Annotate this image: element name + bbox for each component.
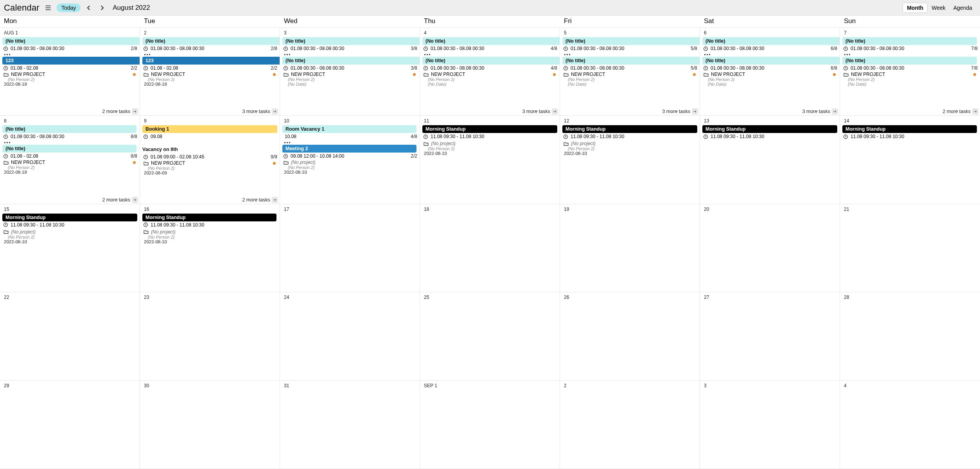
day-cell[interactable]: 12 Morning Standup 11.08 09:30 - 11.08 1… (560, 116, 700, 204)
day-cell[interactable]: 4 (840, 381, 980, 469)
day-cell[interactable]: 2 (No title) 01.08 00:30 - 08.08 00:30 2… (140, 28, 280, 116)
event-no-title[interactable]: (No title) (702, 37, 840, 45)
next-month-button[interactable] (97, 3, 107, 13)
view-switcher: Month Week Agenda (903, 3, 976, 13)
day-cell[interactable]: 23 (140, 292, 280, 380)
count: 2/8 (271, 46, 277, 51)
event-no-title[interactable]: (No title) (282, 37, 420, 45)
ellipsis-icon[interactable]: ... (842, 51, 978, 56)
view-agenda[interactable]: Agenda (949, 3, 976, 13)
day-cell[interactable]: 21 (840, 204, 980, 292)
day-cell[interactable]: 22 (0, 292, 140, 380)
view-week[interactable]: Week (928, 3, 949, 13)
day-cell[interactable]: 11 Morning Standup 11.08 09:30 - 11.08 1… (420, 116, 560, 204)
day-cell[interactable]: 9 Booking 1 09.08 Vacancy on 8th 01.08 0… (140, 116, 280, 204)
day-cell[interactable]: 8 (No title) 01.08 00:30 - 08.08 00:30 8… (0, 116, 140, 204)
event-standup[interactable]: Morning Standup (142, 214, 276, 221)
event-123[interactable]: 123 (2, 57, 140, 65)
day-cell[interactable]: 28 (840, 292, 980, 380)
event-no-title[interactable]: (No title) (422, 57, 560, 65)
menu-button[interactable] (43, 2, 54, 13)
more-tasks-button[interactable]: 3 more tasks (802, 108, 838, 115)
ellipsis-icon[interactable]: ... (142, 51, 278, 56)
day-cell[interactable]: 3 (No title) 01.08 00:30 - 08.08 00:30 3… (280, 28, 420, 116)
day-cell[interactable]: 30 (140, 381, 280, 469)
day-cell[interactable]: 19 (560, 204, 700, 292)
date-label: 10 (282, 117, 418, 124)
weekday-sun: Sun (840, 16, 980, 27)
more-tasks-button[interactable]: 2 more tasks (242, 197, 278, 203)
event-standup[interactable]: Morning Standup (702, 125, 837, 133)
date-label: 17 (282, 206, 418, 213)
event-standup[interactable]: Morning Standup (2, 214, 137, 221)
day-cell[interactable]: 20 (700, 204, 840, 292)
event-no-title[interactable]: (No title) (842, 37, 977, 45)
event-time: 01.08 - 02.08 (11, 65, 38, 71)
task-date: 2022-08-09 (142, 171, 278, 175)
day-cell[interactable]: 2 (560, 381, 700, 469)
day-cell[interactable]: 5 (No title) 01.08 00:30 - 08.08 00:30 5… (560, 28, 700, 116)
day-cell[interactable]: 4 (No title) 01.08 00:30 - 08.08 00:30 4… (420, 28, 560, 116)
day-cell[interactable]: 26 (560, 292, 700, 380)
event-no-title[interactable]: (No title) (842, 57, 977, 65)
event-no-title[interactable]: (No title) (702, 57, 840, 65)
folder-icon (4, 160, 9, 165)
event-booking1[interactable]: Booking 1 (142, 125, 277, 133)
day-cell[interactable]: 17 (280, 204, 420, 292)
day-cell[interactable]: SEP 1 (420, 381, 560, 469)
ellipsis-icon[interactable]: ... (422, 51, 558, 56)
event-no-title[interactable]: (No title) (2, 125, 136, 133)
day-cell[interactable]: 3 (700, 381, 840, 469)
prev-month-button[interactable] (84, 3, 94, 13)
ellipsis-icon[interactable]: ... (282, 139, 418, 144)
date-label: 23 (142, 294, 278, 301)
day-cell[interactable]: 18 (420, 204, 560, 292)
event-no-title[interactable]: (No title) (282, 57, 420, 65)
day-cell[interactable]: AUG 1 (No title) 01.08 00:30 - 08.08 00:… (0, 28, 140, 116)
arrow-right-icon (833, 109, 837, 114)
event-meeting2[interactable]: Meeting 2 (282, 145, 416, 153)
event-no-title[interactable]: (No title) (2, 37, 140, 45)
today-button[interactable]: Today (57, 4, 81, 12)
ellipsis-icon[interactable]: ... (2, 139, 138, 144)
date-label: 22 (2, 294, 138, 301)
event-no-title[interactable]: (No title) (422, 37, 560, 45)
event-no-title[interactable]: (No title) (142, 37, 280, 45)
day-cell[interactable]: 24 (280, 292, 420, 380)
view-month[interactable]: Month (903, 3, 928, 13)
date-label: 14 (842, 117, 978, 124)
day-cell[interactable]: 14 Morning Standup 11.08 09:30 - 11.08 1… (840, 116, 980, 204)
day-cell[interactable]: 13 Morning Standup 11.08 09:30 - 11.08 1… (700, 116, 840, 204)
more-label: 2 more tasks (242, 197, 270, 203)
event-123[interactable]: 123 (142, 57, 280, 65)
ellipsis-icon[interactable]: ... (562, 51, 698, 56)
day-cell[interactable]: 27 (700, 292, 840, 380)
ellipsis-icon[interactable]: ... (282, 51, 418, 56)
event-no-title[interactable]: (No title) (562, 37, 700, 45)
day-cell[interactable]: 29 (0, 381, 140, 469)
more-tasks-button[interactable]: 3 more tasks (522, 108, 558, 115)
day-cell[interactable]: 15 Morning Standup 11.08 09:30 - 11.08 1… (0, 204, 140, 292)
day-cell[interactable]: 10 Room Vacancy 1 10.08 4/8 ... Meeting … (280, 116, 420, 204)
more-tasks-button[interactable]: 3 more tasks (242, 108, 278, 115)
ellipsis-icon[interactable]: ... (2, 51, 138, 56)
event-standup[interactable]: Morning Standup (562, 125, 697, 133)
event-room-vacancy[interactable]: Room Vacancy 1 (282, 125, 416, 133)
ellipsis-icon[interactable]: ... (702, 51, 838, 56)
event-standup[interactable]: Morning Standup (842, 125, 977, 133)
more-tasks-button[interactable]: 2 more tasks (942, 108, 978, 115)
arrow-right-icon (973, 109, 978, 114)
day-cell[interactable]: 6 (No title) 01.08 00:30 - 08.08 00:30 6… (700, 28, 840, 116)
more-tasks-button[interactable]: 2 more tasks (102, 197, 138, 203)
event-no-title[interactable]: (No title) (562, 57, 700, 65)
more-tasks-button[interactable]: 2 more tasks (102, 108, 138, 115)
day-cell[interactable]: 16 Morning Standup 11.08 09:30 - 11.08 1… (140, 204, 280, 292)
event-vacancy8[interactable]: Vacancy on 8th (142, 146, 277, 153)
more-tasks-button[interactable]: 3 more tasks (662, 108, 698, 115)
day-cell[interactable]: 25 (420, 292, 560, 380)
day-cell[interactable]: 7 (No title) 01.08 00:30 - 08.08 00:30 7… (840, 28, 980, 116)
count: 8/8 (131, 153, 137, 159)
event-no-title[interactable]: (No title) (2, 145, 136, 153)
event-standup[interactable]: Morning Standup (422, 125, 557, 133)
day-cell[interactable]: 31 (280, 381, 420, 469)
